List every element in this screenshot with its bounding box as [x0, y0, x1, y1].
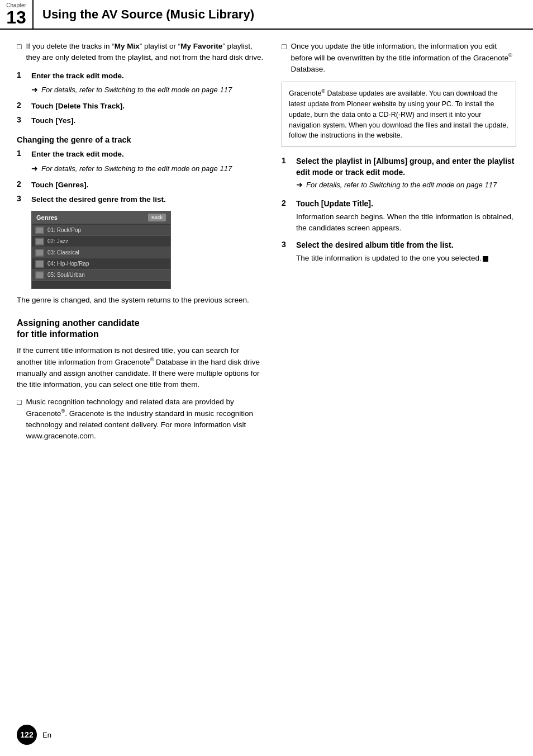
right-step-number-2: 2 — [282, 199, 291, 210]
checkbox-mymix: □ If you delete the tracks in “My Mix” p… — [17, 41, 265, 64]
end-square — [483, 256, 488, 262]
genre-row-text-5: 05: Soul/Urban — [47, 272, 85, 278]
step-text-2: Touch [Delete This Track]. — [31, 101, 125, 112]
genre-step-text-2: Touch [Genres]. — [31, 179, 89, 191]
step-2-delete: 2 Touch [Delete This Track]. — [17, 101, 265, 112]
genre-step-number-2: 2 — [17, 179, 26, 191]
right-sub-note-text-1: For details, refer to Switching to the e… — [306, 180, 497, 190]
mymix-text: If you delete the tracks in “My Mix” pla… — [26, 41, 265, 64]
step-1-delete: 1 Enter the track edit mode. — [17, 70, 265, 82]
genre-icon-2 — [35, 238, 44, 245]
genre-header-bar: Genres Back — [32, 211, 170, 224]
checkbox-update: □ Once you update the title information,… — [282, 41, 516, 75]
step-number-3: 3 — [17, 115, 26, 126]
checkbox-music-icon: □ — [17, 398, 21, 442]
genre-step-2: 2 Touch [Genres]. — [17, 179, 265, 191]
genre-screenshot: Genres Back 01: Rock/Pop 02: Jazz 03: Cl… — [31, 211, 171, 289]
sub-note-1: ➜ For details, refer to Switching to the… — [31, 85, 265, 95]
right-column: □ Once you update the title information,… — [282, 41, 516, 448]
genre-row-2: 02: Jazz — [32, 236, 170, 247]
chapter-number: 13 — [6, 8, 26, 26]
update-text: Once you update the title information, t… — [291, 41, 516, 75]
genre-step-3: 3 Select the desired genre from the list… — [17, 194, 265, 205]
page-container: Chapter 13 Using the AV Source (Music Li… — [0, 0, 533, 756]
right-step-1: 1 Select the playlist in [Albums] group,… — [282, 156, 516, 178]
page-footer: 122 En — [0, 725, 533, 745]
footer-lang: En — [42, 731, 51, 739]
right-step-3: 3 Select the desired album title from th… — [282, 240, 516, 251]
music-text: Music recognition technology and related… — [26, 396, 265, 442]
left-column: □ If you delete the tracks in “My Mix” p… — [17, 41, 265, 448]
right-step-heading-2: Touch [Update Title]. — [296, 199, 373, 210]
right-step-heading-1: Select the playlist in [Albums] group, a… — [296, 156, 516, 178]
step-text-1: Enter the track edit mode. — [31, 70, 124, 82]
genre-row-5: 05: Soul/Urban — [32, 270, 170, 281]
chapter-label: Chapter 13 — [0, 0, 34, 29]
page-number-badge: 122 — [17, 725, 37, 745]
genre-step-1: 1 Enter the track edit mode. — [17, 149, 265, 160]
step-text-3: Touch [Yes]. — [31, 115, 75, 126]
step-3-delete: 3 Touch [Yes]. — [17, 115, 265, 126]
genre-back-button: Back — [148, 214, 166, 221]
content-area: □ If you delete the tracks in “My Mix” p… — [0, 30, 533, 460]
right-step-2: 2 Touch [Update Title]. — [282, 199, 516, 210]
right-step-number-3: 3 — [282, 240, 291, 251]
genre-after-text: The genre is changed, and the system ret… — [17, 295, 265, 306]
chapter-header: Chapter 13 Using the AV Source (Music Li… — [0, 0, 533, 30]
myfavorite-bold: My Favorite — [180, 42, 222, 50]
genre-step-text-3: Select the desired genre from the list. — [31, 194, 166, 205]
chapter-title: Using the AV Source (Music Library) — [34, 0, 533, 29]
genre-icon-1 — [35, 226, 44, 234]
genre-step-text-1: Enter the track edit mode. — [31, 149, 124, 160]
section-genre-heading: Changing the genre of a track — [17, 135, 265, 144]
genre-row-4: 04: Hip-Hop/Rap — [32, 258, 170, 270]
genre-row-text-1: 01: Rock/Pop — [47, 227, 81, 233]
genre-row-text-2: 02: Jazz — [47, 238, 68, 244]
genre-header-label: Genres — [36, 214, 58, 221]
genre-row-1: 01: Rock/Pop — [32, 225, 170, 236]
checkbox-icon: □ — [17, 42, 21, 64]
genre-step-number-1: 1 — [17, 149, 26, 160]
right-arrow-icon-1: ➜ — [296, 180, 303, 190]
assign-section-heading: Assigning another candidatefor title inf… — [17, 318, 265, 341]
sub-note-text-1: For details, refer to Switching to the e… — [41, 85, 232, 95]
genre-sub-note-text-1: For details, refer to Switching to the e… — [41, 164, 232, 174]
genre-row-3: 03: Classical — [32, 247, 170, 258]
genre-icon-3 — [35, 249, 44, 257]
genre-step-number-3: 3 — [17, 194, 26, 205]
right-sub-note-1: ➜ For details, refer to Switching to the… — [296, 180, 516, 190]
genre-icon-5 — [35, 271, 44, 279]
note-box: Gracenote® Database updates are availabl… — [282, 82, 516, 147]
genre-sub-note-1: ➜ For details, refer to Switching to the… — [31, 164, 265, 174]
arrow-icon-1: ➜ — [31, 85, 38, 95]
genre-row-text-4: 04: Hip-Hop/Rap — [47, 261, 89, 267]
right-step-heading-3: Select the desired album title from the … — [296, 240, 454, 251]
checkbox-music: □ Music recognition technology and relat… — [17, 396, 265, 442]
genre-icon-4 — [35, 260, 44, 268]
right-step-body-3: The title information is updated to the … — [296, 253, 516, 264]
assign-body-text: If the current title information is not … — [17, 345, 265, 391]
right-step-body-2: Information search begins. When the titl… — [296, 211, 516, 234]
mymix-bold: My Mix — [115, 42, 140, 50]
genre-arrow-icon-1: ➜ — [31, 164, 38, 174]
step-number-2: 2 — [17, 101, 26, 112]
right-step-number-1: 1 — [282, 156, 291, 178]
genre-list: 01: Rock/Pop 02: Jazz 03: Classical 04: … — [32, 224, 170, 282]
step-number-1: 1 — [17, 70, 26, 82]
checkbox-update-icon: □ — [282, 42, 286, 75]
genre-row-text-3: 03: Classical — [47, 249, 79, 256]
